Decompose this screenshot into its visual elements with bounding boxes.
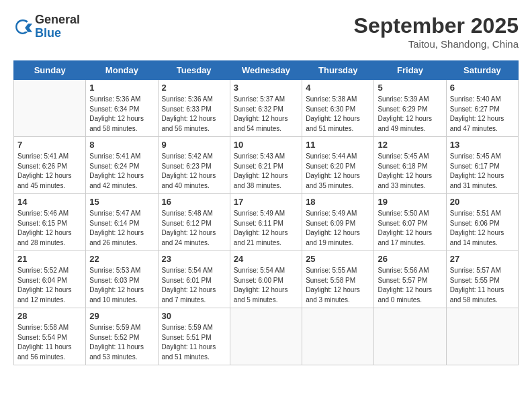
day-info: Sunrise: 5:40 AMSunset: 6:27 PMDaylight:…: [450, 95, 515, 134]
day-number: 5: [378, 83, 442, 93]
calendar-cell: 24Sunrise: 5:54 AMSunset: 6:00 PMDayligh…: [230, 251, 302, 308]
calendar-cell: 30Sunrise: 5:59 AMSunset: 5:51 PMDayligh…: [158, 308, 230, 365]
day-number: 23: [162, 254, 226, 264]
day-info: Sunrise: 5:38 AMSunset: 6:30 PMDaylight:…: [306, 95, 370, 134]
day-info: Sunrise: 5:51 AMSunset: 6:06 PMDaylight:…: [450, 209, 515, 248]
calendar-cell: 20Sunrise: 5:51 AMSunset: 6:06 PMDayligh…: [446, 194, 518, 251]
day-info: Sunrise: 5:36 AMSunset: 6:33 PMDaylight:…: [162, 95, 226, 134]
day-info: Sunrise: 5:36 AMSunset: 6:34 PMDaylight:…: [89, 95, 154, 134]
day-info: Sunrise: 5:46 AMSunset: 6:15 PMDaylight:…: [17, 209, 82, 248]
calendar-cell: 10Sunrise: 5:43 AMSunset: 6:21 PMDayligh…: [230, 137, 302, 194]
logo-text: General Blue: [35, 13, 80, 40]
calendar-cell: 13Sunrise: 5:45 AMSunset: 6:17 PMDayligh…: [446, 137, 518, 194]
day-info: Sunrise: 5:45 AMSunset: 6:18 PMDaylight:…: [378, 152, 442, 191]
day-number: 29: [89, 311, 154, 321]
day-number: 8: [89, 140, 154, 150]
day-info: Sunrise: 5:59 AMSunset: 5:51 PMDaylight:…: [162, 323, 226, 362]
calendar-cell: 29Sunrise: 5:59 AMSunset: 5:52 PMDayligh…: [86, 308, 158, 365]
day-info: Sunrise: 5:45 AMSunset: 6:17 PMDaylight:…: [450, 152, 515, 191]
day-number: 12: [378, 140, 442, 150]
calendar-week-4: 21Sunrise: 5:52 AMSunset: 6:04 PMDayligh…: [14, 251, 519, 308]
day-info: Sunrise: 5:56 AMSunset: 5:57 PMDaylight:…: [378, 266, 442, 305]
weekday-header-monday: Monday: [86, 61, 158, 80]
day-number: 24: [234, 254, 298, 264]
day-number: 25: [306, 254, 370, 264]
day-info: Sunrise: 5:53 AMSunset: 6:03 PMDaylight:…: [89, 266, 154, 305]
calendar-cell: 2Sunrise: 5:36 AMSunset: 6:33 PMDaylight…: [158, 80, 230, 137]
day-info: Sunrise: 5:54 AMSunset: 6:01 PMDaylight:…: [162, 266, 226, 305]
calendar-cell: [14, 80, 86, 137]
calendar-cell: 23Sunrise: 5:54 AMSunset: 6:01 PMDayligh…: [158, 251, 230, 308]
calendar-cell: 8Sunrise: 5:41 AMSunset: 6:24 PMDaylight…: [86, 137, 158, 194]
day-info: Sunrise: 5:44 AMSunset: 6:20 PMDaylight:…: [306, 152, 370, 191]
day-number: 17: [234, 197, 298, 207]
day-info: Sunrise: 5:54 AMSunset: 6:00 PMDaylight:…: [234, 266, 298, 305]
day-number: 4: [306, 83, 370, 93]
calendar-cell: [446, 308, 518, 365]
calendar-cell: 1Sunrise: 5:36 AMSunset: 6:34 PMDaylight…: [86, 80, 158, 137]
day-number: 1: [89, 83, 154, 93]
calendar-table: SundayMondayTuesdayWednesdayThursdayFrid…: [13, 60, 519, 365]
weekday-header-row: SundayMondayTuesdayWednesdayThursdayFrid…: [14, 61, 519, 80]
day-info: Sunrise: 5:50 AMSunset: 6:07 PMDaylight:…: [378, 209, 442, 248]
day-info: Sunrise: 5:52 AMSunset: 6:04 PMDaylight:…: [17, 266, 82, 305]
day-number: 30: [162, 311, 226, 321]
calendar-week-5: 28Sunrise: 5:58 AMSunset: 5:54 PMDayligh…: [14, 308, 519, 365]
day-number: 3: [234, 83, 298, 93]
location: Taitou, Shandong, China: [354, 38, 519, 50]
day-info: Sunrise: 5:43 AMSunset: 6:21 PMDaylight:…: [234, 152, 298, 191]
calendar-cell: 6Sunrise: 5:40 AMSunset: 6:27 PMDaylight…: [446, 80, 518, 137]
weekday-header-sunday: Sunday: [14, 61, 86, 80]
calendar-cell: 11Sunrise: 5:44 AMSunset: 6:20 PMDayligh…: [302, 137, 374, 194]
day-number: 20: [450, 197, 515, 207]
day-info: Sunrise: 5:41 AMSunset: 6:24 PMDaylight:…: [89, 152, 154, 191]
calendar-cell: 26Sunrise: 5:56 AMSunset: 5:57 PMDayligh…: [374, 251, 446, 308]
calendar-cell: 14Sunrise: 5:46 AMSunset: 6:15 PMDayligh…: [14, 194, 86, 251]
calendar-cell: 4Sunrise: 5:38 AMSunset: 6:30 PMDaylight…: [302, 80, 374, 137]
day-info: Sunrise: 5:39 AMSunset: 6:29 PMDaylight:…: [378, 95, 442, 134]
day-info: Sunrise: 5:48 AMSunset: 6:12 PMDaylight:…: [162, 209, 226, 248]
day-info: Sunrise: 5:49 AMSunset: 6:09 PMDaylight:…: [306, 209, 370, 248]
calendar-cell: 18Sunrise: 5:49 AMSunset: 6:09 PMDayligh…: [302, 194, 374, 251]
day-number: 15: [89, 197, 154, 207]
day-info: Sunrise: 5:37 AMSunset: 6:32 PMDaylight:…: [234, 95, 298, 134]
day-number: 2: [162, 83, 226, 93]
day-info: Sunrise: 5:42 AMSunset: 6:23 PMDaylight:…: [162, 152, 226, 191]
calendar-cell: 15Sunrise: 5:47 AMSunset: 6:14 PMDayligh…: [86, 194, 158, 251]
day-number: 19: [378, 197, 442, 207]
logo-icon: [13, 17, 32, 36]
calendar-cell: [302, 308, 374, 365]
weekday-header-tuesday: Tuesday: [158, 61, 230, 80]
calendar-cell: 17Sunrise: 5:49 AMSunset: 6:11 PMDayligh…: [230, 194, 302, 251]
day-number: 26: [378, 254, 442, 264]
calendar-cell: 25Sunrise: 5:55 AMSunset: 5:58 PMDayligh…: [302, 251, 374, 308]
page-header: General Blue September 2025 Taitou, Shan…: [13, 13, 519, 50]
day-number: 13: [450, 140, 515, 150]
calendar-cell: 27Sunrise: 5:57 AMSunset: 5:55 PMDayligh…: [446, 251, 518, 308]
calendar-cell: 21Sunrise: 5:52 AMSunset: 6:04 PMDayligh…: [14, 251, 86, 308]
day-number: 22: [89, 254, 154, 264]
calendar-cell: 22Sunrise: 5:53 AMSunset: 6:03 PMDayligh…: [86, 251, 158, 308]
day-number: 28: [17, 311, 82, 321]
calendar-week-1: 1Sunrise: 5:36 AMSunset: 6:34 PMDaylight…: [14, 80, 519, 137]
day-info: Sunrise: 5:47 AMSunset: 6:14 PMDaylight:…: [89, 209, 154, 248]
day-number: 21: [17, 254, 82, 264]
calendar-week-2: 7Sunrise: 5:41 AMSunset: 6:26 PMDaylight…: [14, 137, 519, 194]
calendar-cell: [230, 308, 302, 365]
day-number: 18: [306, 197, 370, 207]
logo: General Blue: [13, 13, 80, 40]
weekday-header-thursday: Thursday: [302, 61, 374, 80]
calendar-cell: 9Sunrise: 5:42 AMSunset: 6:23 PMDaylight…: [158, 137, 230, 194]
calendar-cell: 12Sunrise: 5:45 AMSunset: 6:18 PMDayligh…: [374, 137, 446, 194]
calendar-cell: 7Sunrise: 5:41 AMSunset: 6:26 PMDaylight…: [14, 137, 86, 194]
day-info: Sunrise: 5:41 AMSunset: 6:26 PMDaylight:…: [17, 152, 82, 191]
calendar-cell: 16Sunrise: 5:48 AMSunset: 6:12 PMDayligh…: [158, 194, 230, 251]
month-title: September 2025: [354, 13, 519, 38]
day-number: 10: [234, 140, 298, 150]
day-info: Sunrise: 5:55 AMSunset: 5:58 PMDaylight:…: [306, 266, 370, 305]
calendar-cell: 3Sunrise: 5:37 AMSunset: 6:32 PMDaylight…: [230, 80, 302, 137]
day-number: 16: [162, 197, 226, 207]
day-number: 11: [306, 140, 370, 150]
calendar-cell: [374, 308, 446, 365]
day-number: 27: [450, 254, 515, 264]
